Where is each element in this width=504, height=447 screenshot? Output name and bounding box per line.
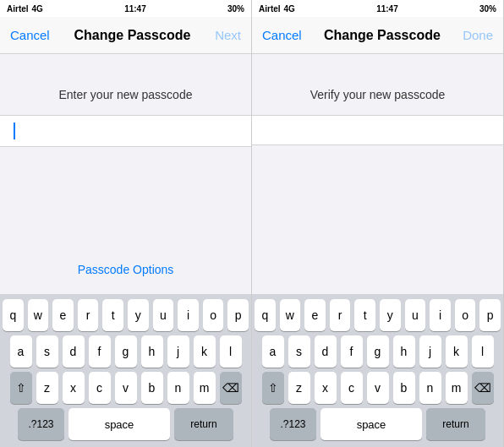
- key-shift-2[interactable]: ⇧: [262, 372, 284, 404]
- key-i-2[interactable]: i: [430, 299, 451, 331]
- passcode-options-link-1[interactable]: Passcode Options: [78, 263, 174, 276]
- key-g-1[interactable]: g: [115, 335, 137, 368]
- key-f-2[interactable]: f: [341, 335, 363, 368]
- passcode-prompt-2: Verify your new passcode: [310, 88, 446, 101]
- key-x-1[interactable]: x: [63, 372, 85, 404]
- passcode-options-2: [368, 267, 388, 287]
- key-y-2[interactable]: y: [380, 299, 401, 331]
- key-numbers-2[interactable]: .?123: [270, 408, 316, 440]
- key-n-1[interactable]: n: [167, 372, 189, 404]
- key-z-2[interactable]: z: [288, 372, 310, 404]
- key-f-1[interactable]: f: [89, 335, 111, 368]
- key-y-1[interactable]: y: [128, 299, 149, 331]
- key-i-1[interactable]: i: [178, 299, 199, 331]
- key-backspace-1[interactable]: ⌫: [220, 372, 242, 404]
- key-row-4-1: .?123 space return: [3, 408, 249, 440]
- passcode-input-1[interactable]: [0, 115, 251, 147]
- key-row-3-1: ⇧ z x c v b n m ⌫: [3, 372, 249, 404]
- key-e-1[interactable]: e: [52, 299, 74, 331]
- key-return-2[interactable]: return: [426, 408, 485, 440]
- key-h-1[interactable]: h: [141, 335, 163, 368]
- key-o-2[interactable]: o: [455, 299, 476, 331]
- content-area-1: Enter your new passcode Passcode Options: [0, 54, 251, 294]
- status-right-2: 30%: [479, 4, 496, 14]
- passcode-input-2[interactable]: [252, 115, 503, 145]
- key-r-1[interactable]: r: [78, 299, 99, 331]
- key-g-2[interactable]: g: [367, 335, 389, 368]
- key-x-2[interactable]: x: [315, 372, 337, 404]
- done-button-2[interactable]: Done: [463, 28, 493, 42]
- key-r-2[interactable]: r: [330, 299, 351, 331]
- status-bar-2: Airtel 4G 11:47 30%: [252, 0, 503, 17]
- time-label-1: 11:47: [124, 4, 146, 14]
- key-b-2[interactable]: b: [393, 372, 415, 404]
- key-a-2[interactable]: a: [262, 335, 284, 368]
- nav-title-2: Change Passcode: [324, 28, 441, 43]
- key-z-1[interactable]: z: [36, 372, 58, 404]
- key-return-1[interactable]: return: [174, 408, 233, 440]
- key-m-2[interactable]: m: [446, 372, 468, 404]
- key-h-2[interactable]: h: [393, 335, 415, 368]
- key-q-1[interactable]: q: [3, 299, 24, 331]
- network-label-2: 4G: [284, 4, 295, 14]
- key-row-1-1: q w e r t y u i o p: [3, 299, 249, 331]
- key-a-1[interactable]: a: [10, 335, 32, 368]
- key-u-2[interactable]: u: [405, 299, 426, 331]
- key-shift-1[interactable]: ⇧: [10, 372, 32, 404]
- key-t-1[interactable]: t: [102, 299, 123, 331]
- panel-verify-passcode: Airtel 4G 11:47 30% Cancel Change Passco…: [252, 0, 504, 447]
- key-e-2[interactable]: e: [304, 299, 326, 331]
- key-s-1[interactable]: s: [36, 335, 58, 368]
- next-button-1[interactable]: Next: [215, 28, 241, 42]
- key-v-1[interactable]: v: [115, 372, 137, 404]
- key-q-2[interactable]: q: [255, 299, 276, 331]
- key-p-1[interactable]: p: [227, 299, 249, 331]
- time-label-2: 11:47: [376, 4, 398, 14]
- key-row-1-2: q w e r t y u i o p: [255, 299, 501, 331]
- key-w-2[interactable]: w: [280, 299, 301, 331]
- carrier-label-1: Airtel: [7, 4, 29, 14]
- status-left-2: Airtel 4G: [259, 4, 295, 14]
- key-p-2[interactable]: p: [479, 299, 501, 331]
- battery-label-2: 30%: [479, 4, 496, 14]
- key-b-1[interactable]: b: [141, 372, 163, 404]
- key-u-1[interactable]: u: [153, 299, 174, 331]
- key-l-2[interactable]: l: [472, 335, 494, 368]
- panel-enter-passcode: Airtel 4G 11:47 30% Cancel Change Passco…: [0, 0, 252, 447]
- key-s-2[interactable]: s: [288, 335, 310, 368]
- passcode-prompt-1: Enter your new passcode: [59, 88, 193, 101]
- key-j-1[interactable]: j: [167, 335, 189, 368]
- status-right-1: 30%: [227, 4, 244, 14]
- key-j-2[interactable]: j: [419, 335, 441, 368]
- cancel-button-2[interactable]: Cancel: [262, 28, 302, 42]
- key-c-1[interactable]: c: [89, 372, 111, 404]
- key-d-1[interactable]: d: [63, 335, 85, 368]
- nav-bar-1: Cancel Change Passcode Next: [0, 17, 251, 54]
- key-space-2[interactable]: space: [320, 408, 422, 440]
- key-numbers-1[interactable]: .?123: [18, 408, 64, 440]
- key-t-2[interactable]: t: [354, 299, 375, 331]
- key-l-1[interactable]: l: [220, 335, 242, 368]
- key-k-2[interactable]: k: [446, 335, 468, 368]
- status-left-1: Airtel 4G: [7, 4, 43, 14]
- cancel-button-1[interactable]: Cancel: [10, 28, 50, 42]
- key-k-1[interactable]: k: [194, 335, 216, 368]
- keyboard-1: q w e r t y u i o p a s d f g h j k l ⇧ …: [0, 294, 251, 447]
- keyboard-2: q w e r t y u i o p a s d f g h j k l ⇧ …: [252, 294, 503, 447]
- key-space-1[interactable]: space: [68, 408, 170, 440]
- key-row-2-2: a s d f g h j k l: [255, 335, 501, 368]
- key-row-2-1: a s d f g h j k l: [3, 335, 249, 368]
- battery-label-1: 30%: [227, 4, 244, 14]
- key-d-2[interactable]: d: [315, 335, 337, 368]
- key-c-2[interactable]: c: [341, 372, 363, 404]
- status-bar-1: Airtel 4G 11:47 30%: [0, 0, 251, 17]
- passcode-options-1: Passcode Options: [68, 252, 184, 287]
- key-m-1[interactable]: m: [194, 372, 216, 404]
- key-row-4-2: .?123 space return: [255, 408, 501, 440]
- nav-title-1: Change Passcode: [74, 28, 191, 43]
- key-w-1[interactable]: w: [28, 299, 49, 331]
- key-o-1[interactable]: o: [203, 299, 224, 331]
- key-backspace-2[interactable]: ⌫: [472, 372, 494, 404]
- key-v-2[interactable]: v: [367, 372, 389, 404]
- key-n-2[interactable]: n: [419, 372, 441, 404]
